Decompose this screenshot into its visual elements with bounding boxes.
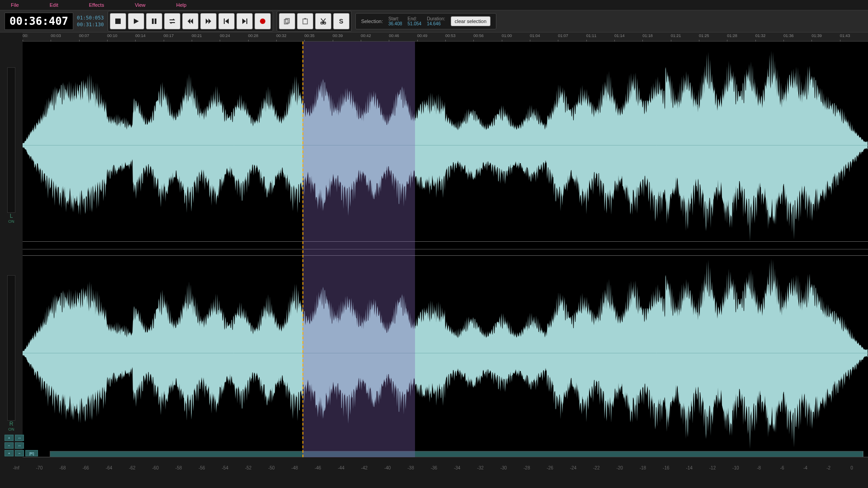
selection-label: Selection: bbox=[361, 19, 383, 24]
time-ruler[interactable]: 00:00:0300:0700:1000:1400:1700:2100:2400… bbox=[23, 33, 868, 42]
toolbar: 00:36:407 01:50:053 00:31:130 S Selectio… bbox=[0, 10, 868, 33]
paste-button[interactable] bbox=[297, 13, 313, 29]
selection-info: Selection: Start: 36.408 End: 51.054 Dur… bbox=[355, 13, 496, 29]
svg-marker-9 bbox=[225, 19, 229, 24]
db-tick: -42 bbox=[353, 465, 376, 474]
menubar: File Edit Effects View Help bbox=[0, 0, 868, 10]
selection-duration-value: 14.646 bbox=[427, 21, 445, 26]
ruler-tick: 00:07 bbox=[79, 33, 90, 38]
db-tick: -46 bbox=[306, 465, 329, 474]
zoom-controls: + ↔ − ↔ + − [R] bbox=[5, 435, 38, 456]
db-tick: -52 bbox=[236, 465, 259, 474]
horizontal-scrollbar[interactable] bbox=[50, 451, 863, 457]
ruler-tick: 00:46 bbox=[389, 33, 399, 38]
waveform-area: L ON R ON bbox=[0, 42, 868, 457]
menu-help[interactable]: Help bbox=[170, 0, 193, 9]
db-tick: -26 bbox=[538, 465, 561, 474]
time-total: 01:50:053 bbox=[77, 15, 104, 21]
db-tick: -4 bbox=[794, 465, 817, 474]
db-tick: -30 bbox=[492, 465, 515, 474]
channel-right[interactable]: R ON bbox=[0, 249, 23, 457]
ruler-tick: 00:14 bbox=[135, 33, 146, 38]
zoom-sel-button[interactable]: − bbox=[15, 450, 24, 456]
loop-button[interactable] bbox=[164, 13, 180, 29]
channel-left[interactable]: L ON bbox=[0, 42, 23, 249]
fit-v-button[interactable]: ↔ bbox=[15, 435, 24, 441]
db-tick: -Inf bbox=[5, 465, 28, 474]
db-tick: -56 bbox=[190, 465, 213, 474]
menu-file[interactable]: File bbox=[5, 0, 25, 9]
db-tick: -38 bbox=[399, 465, 422, 474]
pause-button[interactable] bbox=[146, 13, 162, 29]
db-tick: -12 bbox=[701, 465, 724, 474]
svg-rect-0 bbox=[115, 19, 121, 24]
ruler-tick: 00:28 bbox=[248, 33, 259, 38]
meter-left bbox=[7, 67, 15, 213]
db-tick: -28 bbox=[515, 465, 538, 474]
stop-button[interactable] bbox=[110, 13, 126, 29]
db-tick: -2 bbox=[817, 465, 840, 474]
menu-effects[interactable]: Effects bbox=[83, 0, 110, 9]
channel-left-on: ON bbox=[8, 219, 14, 224]
waveform-left-track[interactable] bbox=[23, 42, 868, 249]
ruler-tick: 00:42 bbox=[361, 33, 371, 38]
svg-marker-6 bbox=[206, 19, 208, 24]
r-button[interactable]: [R] bbox=[25, 450, 38, 456]
svg-point-12 bbox=[260, 19, 265, 24]
db-tick: -70 bbox=[28, 465, 51, 474]
ruler-tick: 00:32 bbox=[276, 33, 287, 38]
ruler-tick: 00:24 bbox=[220, 33, 230, 38]
record-button[interactable] bbox=[255, 13, 271, 29]
menu-edit[interactable]: Edit bbox=[43, 0, 65, 9]
svg-rect-8 bbox=[224, 19, 225, 24]
ruler-tick: 01:00 bbox=[502, 33, 512, 38]
cut-button[interactable] bbox=[315, 13, 331, 29]
fastforward-button[interactable] bbox=[200, 13, 217, 29]
db-tick: -60 bbox=[144, 465, 167, 474]
db-tick: -8 bbox=[747, 465, 770, 474]
db-tick: -6 bbox=[770, 465, 793, 474]
db-tick: -34 bbox=[446, 465, 469, 474]
db-tick: -48 bbox=[283, 465, 306, 474]
waveform-right-track[interactable] bbox=[23, 249, 868, 457]
db-tick: -18 bbox=[631, 465, 654, 474]
scroll-thumb[interactable] bbox=[50, 451, 863, 457]
time-display-side: 01:50:053 00:31:130 bbox=[77, 15, 104, 28]
edit-group: S bbox=[277, 11, 352, 32]
db-tick: -64 bbox=[97, 465, 120, 474]
ruler-tick: 00:17 bbox=[164, 33, 174, 38]
transport-group bbox=[108, 11, 273, 32]
waveform-canvas-container[interactable] bbox=[23, 42, 868, 457]
svg-marker-5 bbox=[190, 19, 193, 24]
db-tick: -66 bbox=[74, 465, 97, 474]
db-tick: -14 bbox=[678, 465, 701, 474]
play-button[interactable] bbox=[128, 13, 144, 29]
rewind-button[interactable] bbox=[182, 13, 198, 29]
ruler-tick: 01:18 bbox=[642, 33, 653, 38]
skip-back-button[interactable] bbox=[218, 13, 235, 29]
zoom-out-v-button[interactable]: − bbox=[5, 442, 14, 449]
zoom-in-v-button[interactable]: + bbox=[5, 435, 14, 441]
ruler-tick: 01:04 bbox=[530, 33, 540, 38]
channel-right-label: R bbox=[9, 421, 14, 427]
svg-rect-15 bbox=[303, 19, 307, 24]
skip-forward-button[interactable] bbox=[236, 13, 253, 29]
db-tick: 0 bbox=[840, 465, 863, 474]
s-button[interactable]: S bbox=[333, 13, 349, 29]
db-tick: -36 bbox=[422, 465, 445, 474]
ruler-tick: 00:49 bbox=[417, 33, 428, 38]
ruler-tick: 00:21 bbox=[192, 33, 202, 38]
db-scale: -Inf-70-68-66-64-62-60-58-56-54-52-50-48… bbox=[5, 465, 863, 474]
menu-view[interactable]: View bbox=[128, 0, 152, 9]
ruler-tick: 01:21 bbox=[671, 33, 681, 38]
fit-v2-button[interactable]: ↔ bbox=[15, 442, 24, 449]
ruler-tick: 01:43 bbox=[840, 33, 850, 38]
clear-selection-button[interactable]: clear selection bbox=[451, 16, 491, 26]
db-tick: -20 bbox=[608, 465, 631, 474]
zoom-full-button[interactable]: + bbox=[5, 450, 14, 456]
copy-button[interactable] bbox=[279, 13, 295, 29]
svg-marker-10 bbox=[242, 19, 246, 24]
db-tick: -40 bbox=[376, 465, 399, 474]
channel-left-label: L bbox=[10, 213, 13, 219]
db-tick: -32 bbox=[469, 465, 492, 474]
